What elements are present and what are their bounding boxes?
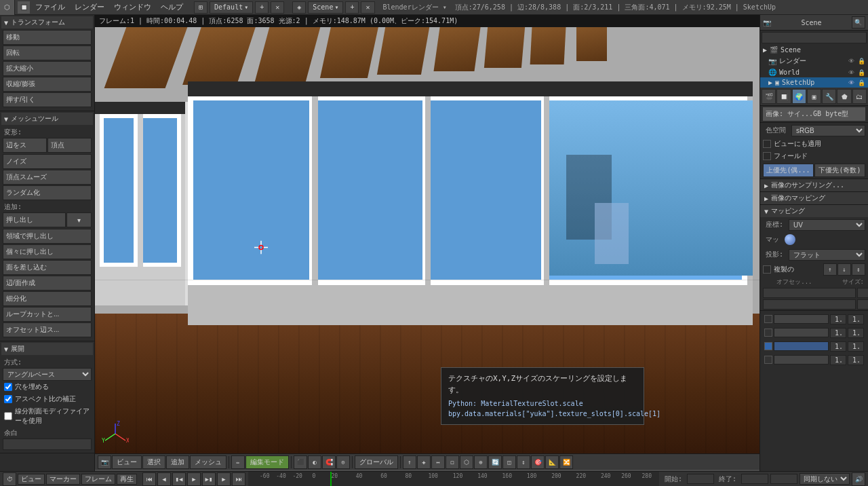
- workspace-close[interactable]: ✕: [271, 1, 284, 14]
- timeline-track[interactable]: -60 -40 -20 0 20 40 60 80 100 120 140 16…: [248, 472, 659, 487]
- btn-scale[interactable]: 拡大縮小: [3, 61, 92, 76]
- size-x-field[interactable]: 1.00: [857, 288, 868, 298]
- tex-slot-3[interactable]: 1. 1.: [762, 339, 867, 353]
- unwrap-header[interactable]: ▼ 展開: [1, 343, 93, 355]
- view-btn[interactable]: ビュー: [112, 455, 142, 469]
- btn-push-pull[interactable]: 押す/引く: [3, 92, 92, 107]
- colorspace-select[interactable]: sRGB: [791, 125, 865, 136]
- tool-8[interactable]: ◫: [502, 455, 516, 469]
- prop-scene-icon[interactable]: 🔲: [776, 89, 791, 104]
- tool-5[interactable]: ⬡: [460, 455, 473, 469]
- btn-extrude[interactable]: 押し出し: [3, 212, 66, 227]
- btn-extrude-region[interactable]: 領域で押し出し: [3, 229, 92, 244]
- tool-1[interactable]: ↑: [403, 455, 416, 469]
- tool-2[interactable]: ✚: [417, 455, 431, 469]
- tex-slot-1[interactable]: 1. 1.: [762, 312, 867, 326]
- start-frame-field[interactable]: 1: [687, 474, 714, 484]
- play-icon[interactable]: ⏮: [142, 472, 156, 486]
- subsurf-row[interactable]: 線分割面モディファイアーを使用: [3, 405, 92, 427]
- edit-mode-btn[interactable]: 編集モード: [245, 455, 289, 469]
- play-icon4[interactable]: ▶▮: [202, 472, 216, 486]
- transform-header[interactable]: ▼ トランスフォーム: [1, 16, 93, 29]
- btn-subdivide[interactable]: 細分化: [3, 291, 92, 306]
- timeline-frame-btn[interactable]: フレーム: [81, 474, 115, 485]
- timeline-view-btn[interactable]: ビュー: [18, 474, 45, 485]
- offset-y-field[interactable]: .000: [763, 299, 856, 310]
- btn-inset[interactable]: 面を差し込む: [3, 260, 92, 275]
- sync-select[interactable]: 同期しない: [800, 473, 850, 485]
- prop-modifier-icon[interactable]: 🔧: [822, 89, 836, 104]
- play-pause[interactable]: ▶: [187, 472, 201, 486]
- global-btn[interactable]: グローバル: [355, 455, 398, 469]
- btn-rotate[interactable]: 回転: [3, 45, 92, 60]
- menu-render[interactable]: レンダー: [71, 1, 108, 14]
- workspace-selector[interactable]: Default ▾: [210, 1, 253, 14]
- play-icon5[interactable]: ▶: [217, 472, 231, 486]
- image-mapping-header[interactable]: ▶ 画像のマッピング: [760, 192, 868, 204]
- scene-selector[interactable]: Scene ▾: [308, 1, 343, 14]
- prop-world-icon[interactable]: 🌍: [792, 89, 806, 104]
- tool-10[interactable]: 🎯: [531, 455, 545, 469]
- prop-object-icon[interactable]: ▣: [807, 89, 821, 104]
- margin-value[interactable]: 0.001: [3, 438, 92, 450]
- apply-view-check[interactable]: [763, 140, 771, 148]
- priority-bottom-btn[interactable]: 下優先(奇数): [814, 164, 865, 177]
- btn-noise[interactable]: ノイズ: [3, 154, 92, 169]
- duplicate-check[interactable]: [763, 265, 771, 274]
- timeline-type-icon[interactable]: ⏱: [3, 472, 16, 486]
- btn-smooth[interactable]: 頂点スムーズ: [3, 170, 92, 185]
- outliner-sketchup[interactable]: ▶ ▣ SketchUp 👁 🔒: [760, 77, 868, 88]
- render-preview-icon[interactable]: ◐: [308, 455, 321, 469]
- duplicate-row[interactable]: 複製の ↑ ↓ ↕: [760, 262, 868, 277]
- scene-add[interactable]: +: [345, 1, 359, 14]
- btn-move[interactable]: 移動: [3, 30, 92, 45]
- proportional-icon[interactable]: ⊙: [336, 455, 350, 469]
- tool-7[interactable]: 🔄: [488, 455, 502, 469]
- prop-render-icon[interactable]: 🎬: [762, 89, 776, 104]
- aspect-ratio-check[interactable]: [4, 395, 12, 403]
- play-icon2[interactable]: ◀: [157, 472, 171, 486]
- dup-btn-2[interactable]: ↓: [837, 263, 851, 276]
- outliner-search-input[interactable]: [762, 32, 867, 43]
- tool-12[interactable]: 🔀: [559, 455, 573, 469]
- btn-vertex[interactable]: 頂点: [47, 138, 92, 153]
- play-icon6[interactable]: ⏭: [232, 472, 245, 486]
- audio-icon[interactable]: 🔊: [852, 472, 865, 486]
- btn-fill[interactable]: 辺/面作成: [3, 276, 92, 291]
- tool-9[interactable]: ↕: [517, 455, 530, 469]
- fill-holes-row[interactable]: 穴を埋める: [3, 381, 92, 393]
- apply-view-row[interactable]: ビューにも適用: [760, 138, 868, 150]
- play-icon3[interactable]: ▮◀: [172, 472, 186, 486]
- projection-select[interactable]: フラット: [789, 249, 865, 261]
- mesh-tools-header[interactable]: ▼ メッシュツール: [1, 113, 93, 125]
- outliner-search[interactable]: 🔍: [852, 16, 865, 29]
- tool-6[interactable]: ⊕: [474, 455, 488, 469]
- sampling-header[interactable]: ▶ 画像のサンプリング...: [760, 179, 868, 191]
- timeline-marker-btn[interactable]: マーカー: [46, 474, 80, 485]
- coord-select[interactable]: UV: [789, 219, 865, 231]
- viewport-3d[interactable]: フレーム:1 | 時間:00:04.48 | 頂点:6258 面:3658 光源…: [95, 15, 760, 486]
- mesh-btn[interactable]: メッシュ: [190, 455, 226, 469]
- render-engine[interactable]: Blenderレンダー ▾: [379, 3, 451, 12]
- btn-loop-cut[interactable]: ループカットと...: [3, 307, 92, 322]
- method-select[interactable]: アングルベース: [3, 368, 92, 381]
- image-preview[interactable]: 画像: サイ...GB byte型: [763, 107, 865, 121]
- btn-randomize[interactable]: ランダム化: [3, 185, 92, 200]
- mapping-header[interactable]: ▼ マッピング: [760, 205, 868, 217]
- btn-edge-slide[interactable]: 辺をス: [3, 138, 47, 153]
- current-frame-field[interactable]: 1: [770, 474, 797, 484]
- snap-icon[interactable]: 🧲: [322, 455, 336, 469]
- btn-extrude-individual[interactable]: 個々に押し出し: [3, 244, 92, 259]
- view-type-icon[interactable]: 📷: [98, 455, 111, 469]
- menu-file[interactable]: ファイル: [31, 1, 69, 14]
- tex-slot-2[interactable]: 1. 1.: [762, 326, 867, 339]
- prop-texture-icon[interactable]: 🗂: [852, 89, 867, 104]
- tool-3[interactable]: ↔: [431, 455, 445, 469]
- menu-window[interactable]: ウィンドウ: [110, 1, 155, 14]
- outliner-scene[interactable]: ▶ 🎬 Scene: [760, 45, 868, 55]
- btn-extrude-arrow[interactable]: ▾: [66, 212, 92, 227]
- app-icon[interactable]: ⬡: [0, 0, 15, 15]
- scene-close[interactable]: ✕: [361, 1, 374, 14]
- dup-btn-3[interactable]: ↕: [852, 263, 865, 276]
- btn-offset-edge[interactable]: オフセット辺ス...: [3, 322, 92, 337]
